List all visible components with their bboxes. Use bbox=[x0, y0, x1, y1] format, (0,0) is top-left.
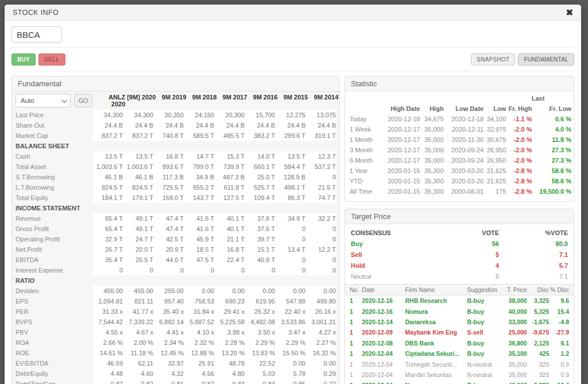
cell: 0 bbox=[123, 267, 153, 274]
snapshot-tab-button[interactable]: SNAPSHOT bbox=[471, 53, 515, 66]
cell-firm-name: DBS Bank bbox=[405, 340, 467, 347]
cell: 0.00 bbox=[275, 287, 305, 294]
cell: 824.5 T bbox=[92, 184, 123, 191]
cell: 0.00 bbox=[275, 360, 305, 367]
cell: 499.80 bbox=[305, 298, 336, 305]
cell-target-price: 35,000 bbox=[504, 371, 527, 378]
row-label: PER bbox=[12, 308, 92, 315]
cell: 589.5 T bbox=[184, 132, 214, 139]
cell-from-high: -2.0 % bbox=[506, 147, 532, 153]
cell: 2.32 % bbox=[184, 339, 214, 346]
cell: 4.48 bbox=[92, 370, 123, 377]
table-row: Last Price 34,300 34,300 30,350 24,150 2… bbox=[12, 110, 339, 120]
cell: 35.40 x bbox=[153, 308, 184, 315]
cell: 1,094.81 bbox=[92, 298, 123, 305]
cell: 42.5 T bbox=[153, 236, 184, 243]
cell: 13.83 % bbox=[245, 350, 275, 356]
consensus-row: Buy 56 80.0 bbox=[351, 238, 568, 249]
cell-date: 2020-12-16 bbox=[362, 297, 405, 304]
cell: 15.50 % bbox=[275, 350, 305, 356]
cell: 4,482.08 bbox=[245, 318, 275, 325]
last-span-header: Last bbox=[505, 95, 571, 103]
column-header: 9M 2017 bbox=[216, 94, 247, 107]
cell: 547.88 bbox=[275, 298, 305, 305]
fundamental-tab-button[interactable]: FUNDAMENTAL bbox=[518, 53, 574, 66]
cell-target-price: 35,100 bbox=[504, 350, 527, 357]
row-label: BVPS bbox=[12, 318, 92, 325]
cell: 40.1 T bbox=[214, 215, 245, 222]
row-label: Total Asset bbox=[12, 163, 92, 170]
target-price-panel: Target Price CONSENSUS VOTE %VOTE Buy bbox=[345, 209, 574, 384]
cell: 2020-12-17 bbox=[377, 126, 420, 133]
column-header: Low bbox=[483, 105, 506, 112]
cell-from-low: 4.0 % bbox=[532, 126, 571, 133]
table-row: ROA 2.66 % 2.00 % 2.34 % 2.32 % 2.28 % 2… bbox=[12, 337, 339, 348]
cell: 2020-12-17 bbox=[377, 157, 420, 164]
table-row: Deviden 455.00 455.00 255.00 0.00 0.00 0… bbox=[12, 286, 339, 296]
cell: 837.2 T bbox=[92, 132, 123, 139]
cell: 2020-01-15 bbox=[377, 167, 420, 174]
cell: 0.85 bbox=[275, 381, 305, 384]
cell: 799.0 T bbox=[184, 163, 214, 170]
table-row: EV/EBITDA 46.59 62.11 32.97 25.91 48.78 … bbox=[12, 358, 339, 368]
column-header: 9M 2015 bbox=[277, 94, 308, 107]
cell: 44.0 T bbox=[153, 256, 184, 263]
cell: 30,675 bbox=[483, 136, 506, 143]
cell: 619.95 bbox=[245, 298, 275, 305]
cell: 0.83 bbox=[245, 381, 275, 384]
cell: 2000-08-01 bbox=[444, 188, 484, 195]
column-header: %VOTE bbox=[499, 229, 568, 236]
cell: 26.16 x bbox=[305, 308, 336, 315]
table-row: 3 Month 2020-12-17 35,000 2020-09-24 26,… bbox=[350, 145, 571, 155]
table-row: Cash 13.5 T 13.5 T 16.8 T 14.7 T 15.3 T … bbox=[12, 151, 339, 162]
cell-target-price: 40,000 bbox=[504, 308, 527, 315]
cell: 35,300 bbox=[420, 178, 443, 185]
cell: 4.41 x bbox=[153, 329, 184, 336]
column-header: 9M 2019 bbox=[156, 94, 186, 107]
cell-date: 2020-12-09 bbox=[362, 329, 405, 336]
row-label: Buy bbox=[351, 240, 436, 247]
buy-button[interactable]: BUY bbox=[11, 53, 36, 66]
cell: 41.77 x bbox=[123, 308, 153, 315]
column-header: % Disc bbox=[549, 286, 569, 293]
cell: 2020-12-11 bbox=[444, 126, 484, 133]
row-label: ROE bbox=[12, 350, 92, 356]
row-label: Interest Expense bbox=[12, 267, 92, 274]
cell: 21.1 T bbox=[214, 236, 245, 243]
cell-date: 2020-12-16 bbox=[362, 308, 405, 315]
cell-suggestion: B-buy bbox=[467, 318, 504, 325]
row-label: Revenue bbox=[12, 215, 92, 222]
ticker-input[interactable] bbox=[11, 26, 62, 43]
analyst-row: 1 2020-12-04 Nomura B-buy 40,000 5,325 1… bbox=[345, 380, 574, 384]
cell: 0.00 bbox=[245, 287, 275, 294]
cell-disc: 5,325 bbox=[527, 308, 550, 315]
cell-no: 1 bbox=[350, 340, 362, 347]
close-icon[interactable]: ✖ bbox=[566, 8, 573, 17]
cell: 45.9 T bbox=[184, 236, 214, 243]
row-label: Sell bbox=[351, 251, 436, 258]
cell-no: 1 bbox=[350, 297, 362, 304]
row-label: Net.Profit bbox=[12, 246, 92, 253]
column-header: 9M 2016 bbox=[247, 94, 277, 107]
cell-date: 2020-12-04 bbox=[362, 361, 405, 368]
cell: 22.4 T bbox=[214, 256, 245, 263]
divider bbox=[11, 47, 574, 48]
period-select[interactable]: Auto bbox=[16, 94, 71, 107]
cell: 26,950 bbox=[483, 147, 506, 153]
consensus-row: Hold 4 5.7 bbox=[351, 260, 568, 271]
column-header: VOTE bbox=[436, 229, 499, 236]
sell-button[interactable]: SELL bbox=[38, 53, 65, 66]
cell: 455.00 bbox=[123, 287, 153, 294]
column-header: Date bbox=[362, 286, 405, 293]
go-button[interactable]: GO bbox=[74, 94, 92, 107]
row-label: Operating Profit bbox=[12, 236, 92, 243]
cell: 179.1 T bbox=[123, 194, 153, 201]
column-header: T. Price bbox=[504, 286, 527, 293]
cell: 22.52 bbox=[245, 360, 275, 367]
row-label: YTD bbox=[350, 178, 377, 185]
column-header: 9M 2018 bbox=[186, 94, 216, 107]
analyst-row: 1 2020-12-16 RHB Research B-buy 38,000 3… bbox=[345, 295, 574, 306]
cell: 14.7 T bbox=[184, 153, 214, 160]
cell-target-price: 35,000 bbox=[504, 361, 527, 368]
table-row: BVPS 7,544.42 7,339.22 6,882.14 5,887.52… bbox=[12, 317, 339, 327]
